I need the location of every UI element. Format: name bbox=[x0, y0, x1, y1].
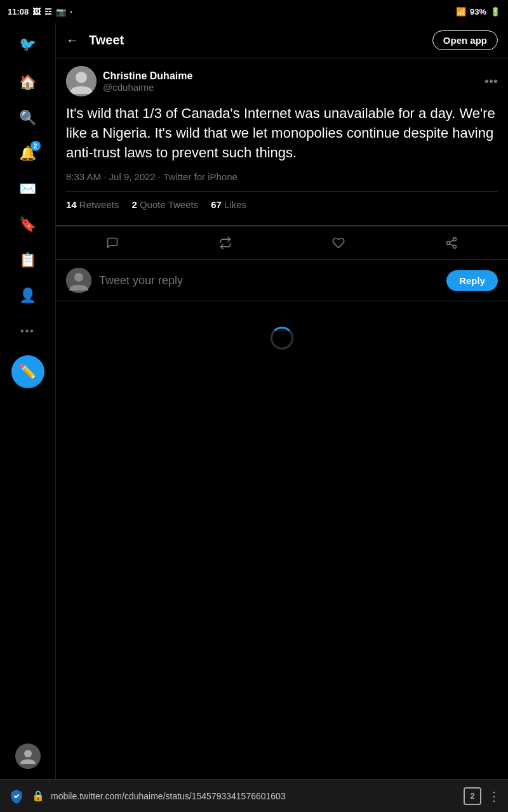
svg-point-0 bbox=[24, 750, 32, 757]
more-icon: ••• bbox=[20, 325, 35, 337]
tweet-user-handle[interactable]: @cduhaime bbox=[103, 82, 192, 93]
browser-shield-icon[interactable] bbox=[8, 787, 25, 805]
tweet-time: 8:33 AM · Jul 9, 2022 · bbox=[66, 171, 163, 182]
status-time: 11:08 bbox=[8, 7, 29, 16]
likes-count: 67 bbox=[211, 199, 222, 210]
sidebar-item-notifications[interactable]: 🔔 2 bbox=[11, 137, 44, 170]
person-icon: 👤 bbox=[19, 287, 36, 304]
share-action-button[interactable] bbox=[435, 229, 468, 257]
tweet-meta: 8:33 AM · Jul 9, 2022 · Twitter for iPho… bbox=[66, 171, 498, 182]
sidebar-item-bookmarks[interactable]: 🔖 bbox=[11, 208, 44, 241]
list-icon: 📋 bbox=[19, 252, 36, 268]
sidebar-item-profile[interactable]: 👤 bbox=[11, 279, 44, 312]
mail-icon: ✉️ bbox=[19, 181, 36, 197]
sidebar-item-twitter-logo[interactable]: 🐦 bbox=[11, 28, 44, 61]
search-icon: 🔍 bbox=[19, 110, 36, 126]
browser-url[interactable]: mobile.twitter.com/cduhaime/status/15457… bbox=[51, 791, 457, 801]
bookmark-icon: 🔖 bbox=[19, 216, 36, 233]
tweet-text: It's wild that 1/3 of Canada's Internet … bbox=[66, 104, 498, 162]
back-button[interactable]: ← bbox=[66, 33, 79, 48]
open-app-button[interactable]: Open app bbox=[432, 30, 498, 50]
tweet-stats: 14 Retweets 2 Quote Tweets 67 Likes bbox=[66, 191, 498, 218]
app-container: 🐦 🏠 🔍 🔔 2 ✉️ 🔖 📋 👤 ••• ✏️ bbox=[0, 23, 508, 779]
svg-line-6 bbox=[450, 244, 453, 246]
loading-area bbox=[56, 301, 508, 779]
sidebar: 🐦 🏠 🔍 🔔 2 ✉️ 🔖 📋 👤 ••• ✏️ bbox=[0, 23, 56, 779]
sidebar-item-messages[interactable]: ✉️ bbox=[11, 173, 44, 206]
twitter-bird-icon: 🐦 bbox=[19, 36, 36, 53]
home-icon: 🏠 bbox=[19, 74, 36, 91]
sidebar-item-lists[interactable]: 📋 bbox=[11, 244, 44, 277]
tweet-user-row: Christine Duhaime @cduhaime ••• bbox=[66, 66, 498, 96]
quote-tweets-count: 2 bbox=[131, 199, 137, 210]
reply-button[interactable]: Reply bbox=[446, 270, 498, 291]
status-bar: 11:08 🖼 ☲ 📷 · 📶 93% 🔋 bbox=[0, 0, 508, 23]
wifi-icon: 📶 bbox=[456, 7, 466, 16]
sidebar-item-home[interactable]: 🏠 bbox=[11, 66, 44, 99]
quote-tweets-stat[interactable]: 2 Quote Tweets bbox=[131, 199, 198, 210]
retweets-count: 14 bbox=[66, 199, 77, 210]
sidebar-item-more[interactable]: ••• bbox=[11, 315, 44, 348]
retweets-stat[interactable]: 14 Retweets bbox=[66, 199, 119, 210]
browser-bar: 🔒 mobile.twitter.com/cduhaime/status/154… bbox=[0, 779, 508, 812]
tweet-source[interactable]: Twitter for iPhone bbox=[163, 171, 237, 182]
avatar-image bbox=[66, 66, 97, 96]
browser-more-button[interactable]: ⋮ bbox=[488, 789, 500, 804]
tweet-body: Christine Duhaime @cduhaime ••• It's wil… bbox=[56, 58, 508, 226]
page-title: Tweet bbox=[89, 33, 124, 48]
reply-action-button[interactable] bbox=[96, 229, 129, 257]
compose-button[interactable]: ✏️ bbox=[11, 355, 44, 388]
nfc-icon: ☲ bbox=[44, 7, 52, 16]
pencil-icon: ✏️ bbox=[19, 363, 36, 380]
retweet-action-button[interactable] bbox=[209, 229, 242, 257]
sidebar-item-search[interactable]: 🔍 bbox=[11, 102, 44, 134]
dot-icon: · bbox=[70, 7, 72, 16]
tweet-more-button[interactable]: ••• bbox=[485, 74, 498, 89]
reply-area: Reply bbox=[56, 260, 508, 301]
svg-point-9 bbox=[74, 273, 83, 282]
notifications-badge: 2 bbox=[30, 141, 41, 151]
tweet-header: ← Tweet Open app bbox=[56, 23, 508, 58]
likes-stat[interactable]: 67 Likes bbox=[211, 199, 246, 210]
tweet-user-name[interactable]: Christine Duhaime bbox=[103, 70, 192, 82]
likes-label: Likes bbox=[224, 199, 246, 210]
retweets-label: Retweets bbox=[79, 199, 119, 210]
main-content: ← Tweet Open app bbox=[56, 23, 508, 779]
battery-level: 93% bbox=[470, 7, 486, 16]
tweet-user-info: Christine Duhaime @cduhaime bbox=[66, 66, 192, 96]
tweet-avatar[interactable] bbox=[66, 66, 97, 96]
loading-spinner bbox=[271, 327, 293, 350]
reply-user-avatar bbox=[66, 268, 91, 293]
like-action-button[interactable] bbox=[322, 229, 355, 257]
browser-lock-icon: 🔒 bbox=[32, 790, 44, 802]
tweet-actions bbox=[56, 226, 508, 260]
reply-input[interactable] bbox=[99, 274, 439, 287]
camera-icon: 📷 bbox=[56, 7, 66, 16]
user-avatar-sidebar[interactable] bbox=[15, 743, 41, 769]
quote-tweets-label: Quote Tweets bbox=[140, 199, 198, 210]
battery-icon: 🔋 bbox=[490, 7, 500, 16]
svg-point-2 bbox=[76, 72, 87, 83]
photo-icon: 🖼 bbox=[32, 7, 41, 16]
browser-tabs-button[interactable]: 2 bbox=[464, 787, 481, 805]
svg-line-7 bbox=[450, 240, 453, 242]
